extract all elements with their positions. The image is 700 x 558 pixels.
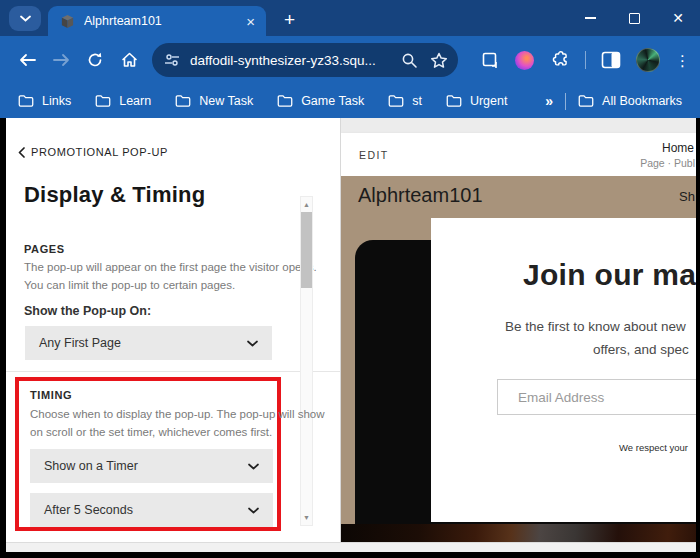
maximize-button[interactable] [612, 0, 656, 36]
folder-icon [18, 94, 34, 108]
all-bookmarks-label: All Bookmarks [602, 94, 682, 108]
folder-icon [95, 94, 111, 108]
page-title: Display & Timing [24, 182, 205, 208]
scrollbar-thumb[interactable] [301, 212, 312, 288]
chevron-down-icon [20, 15, 31, 22]
bookmarks-bar: Links Learn New Task Game Task st Urgent… [0, 84, 700, 118]
back-link-label: PROMOTIONAL POP-UP [31, 146, 168, 158]
email-field[interactable] [497, 379, 696, 415]
forward-button[interactable] [44, 43, 78, 77]
extensions-area: ⋮ [480, 48, 690, 72]
newsletter-popup: Join our ma Be the first to know about n… [431, 218, 696, 522]
folder-icon [578, 94, 594, 108]
chevron-down-icon [248, 463, 259, 470]
preview-page-status: Page · Publ [640, 157, 695, 169]
profile-avatar[interactable] [636, 48, 660, 72]
url-text[interactable]: daffodil-synthesizer-yz33.squ... [190, 53, 393, 68]
popup-fine-print: We respect your [619, 442, 688, 453]
timing-delay-dropdown[interactable]: After 5 Seconds [30, 493, 273, 527]
side-panel-icon[interactable] [601, 51, 621, 69]
bookmark-label: st [412, 94, 422, 108]
address-bar[interactable]: daffodil-synthesizer-yz33.squ... [152, 43, 458, 77]
timing-trigger-dropdown[interactable]: Show on a Timer [30, 449, 273, 483]
close-icon: ✕ [672, 11, 684, 25]
tab-search-button[interactable] [9, 6, 41, 31]
bookmarks-divider [565, 93, 566, 110]
preview-toolbar: EDIT Home Page · Publ [341, 133, 696, 176]
site-body: Join our ma Be the first to know about n… [341, 216, 696, 542]
back-to-promotional-popup-link[interactable]: PROMOTIONAL POP-UP [18, 146, 168, 158]
back-button[interactable] [10, 43, 44, 77]
folder-icon [388, 94, 404, 108]
bottom-photo-image [341, 524, 696, 542]
pages-description-line2: You can limit the pop-up to certain page… [24, 279, 235, 291]
bookmark-folder-new-task[interactable]: New Task [175, 94, 253, 108]
folder-icon [175, 94, 191, 108]
new-tab-button[interactable]: + [278, 7, 301, 32]
pages-description-line1: The pop-up will appear on the first page… [24, 261, 317, 273]
bookmark-label: Links [42, 94, 71, 108]
screenshot-extension-icon[interactable] [480, 50, 500, 70]
toolbar-divider [585, 51, 586, 69]
refresh-button[interactable] [78, 43, 112, 77]
bookmark-folder-st[interactable]: st [388, 94, 422, 108]
title-bar: Alphrteam101 × + ✕ [0, 0, 700, 36]
home-icon [121, 52, 138, 68]
bookmarks-overflow-icon[interactable]: » [533, 93, 565, 109]
bookmark-label: Game Task [301, 94, 364, 108]
panel-scrollbar[interactable]: ▲ ▼ [300, 196, 313, 526]
popup-subtitle-line1: Be the first to know about new [505, 319, 686, 334]
preview-page-name: Home [662, 141, 694, 155]
extensions-puzzle-icon[interactable] [549, 50, 570, 71]
scroll-down-icon[interactable]: ▼ [301, 510, 312, 525]
browser-menu-icon[interactable]: ⋮ [675, 53, 690, 68]
section-divider [6, 371, 340, 372]
refresh-icon [87, 52, 103, 68]
site-preview: EDIT Home Page · Publ Alphrteam101 Sh Jo… [340, 118, 696, 542]
show-popup-on-dropdown[interactable]: Any First Page [25, 326, 272, 360]
site-nav-link[interactable]: Sh [679, 189, 695, 204]
pages-section-heading: PAGES [24, 243, 65, 255]
bookmark-folder-urgent[interactable]: Urgent [446, 94, 508, 108]
chevron-down-icon [247, 340, 258, 347]
dropdown-value: Any First Page [39, 336, 121, 350]
status-strip [6, 542, 696, 552]
window-controls: ✕ [568, 0, 700, 36]
timing-section-heading: TIMING [30, 389, 72, 401]
timing-description-line1: Choose when to display the pop-up. The p… [30, 408, 325, 420]
chevron-down-icon [248, 507, 259, 514]
bookmark-label: Learn [119, 94, 151, 108]
minimize-button[interactable] [568, 0, 612, 36]
page-content: PROMOTIONAL POP-UP Display & Timing PAGE… [6, 118, 696, 542]
popup-subtitle-line2: offers, and spec [593, 342, 689, 357]
site-header: Alphrteam101 Sh [341, 176, 696, 216]
back-arrow-icon [19, 53, 36, 67]
bookmark-label: New Task [199, 94, 253, 108]
timing-description-line2: on scroll or the set timer, whichever co… [30, 426, 272, 438]
close-button[interactable]: ✕ [656, 0, 700, 36]
bookmark-folder-game-task[interactable]: Game Task [277, 94, 364, 108]
forward-arrow-icon [53, 53, 70, 67]
show-popup-on-label: Show the Pop-up On: [24, 304, 151, 318]
maximize-icon [629, 13, 640, 24]
bookmark-star-icon[interactable] [430, 52, 448, 69]
bookmark-folder-learn[interactable]: Learn [95, 94, 151, 108]
tab-close-icon[interactable]: × [243, 14, 258, 29]
dropdown-value: Show on a Timer [44, 459, 138, 473]
search-zoom-icon[interactable] [401, 52, 418, 69]
folder-icon [277, 94, 293, 108]
tune-icon [164, 53, 180, 67]
chevron-left-icon [18, 147, 25, 158]
bookmark-label: Urgent [470, 94, 508, 108]
browser-tab[interactable]: Alphrteam101 × [48, 6, 266, 36]
purple-extension-icon[interactable] [515, 51, 534, 70]
edit-button[interactable]: EDIT [359, 149, 389, 161]
all-bookmarks-button[interactable]: All Bookmarks [578, 94, 682, 108]
bookmark-folder-links[interactable]: Links [18, 94, 71, 108]
minimize-icon [585, 17, 596, 19]
home-button[interactable] [112, 43, 146, 77]
browser-window: Alphrteam101 × + ✕ daffodil-synthe [0, 0, 700, 558]
scroll-up-icon[interactable]: ▲ [301, 197, 312, 212]
dropdown-value: After 5 Seconds [44, 503, 133, 517]
site-favicon-cube-icon [60, 14, 75, 29]
